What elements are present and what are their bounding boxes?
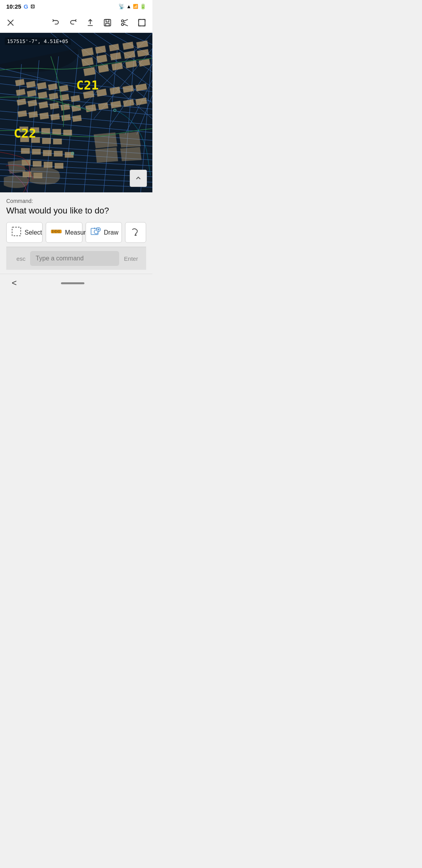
svg-line-7 — [123, 19, 128, 21]
redo-button[interactable] — [68, 18, 78, 28]
svg-rect-110 — [65, 152, 73, 158]
svg-line-8 — [123, 24, 128, 26]
share-button[interactable] — [85, 18, 95, 28]
coordinates-display: 157515'-7", 4.51E+05 — [5, 38, 71, 45]
esc-button[interactable]: esc — [12, 252, 30, 265]
cad-label-c22: C22 — [14, 126, 36, 141]
wifi-icon: ▲ — [126, 4, 131, 9]
draw-label: Draw — [104, 229, 118, 236]
select-label: Select — [25, 229, 42, 236]
svg-rect-108 — [43, 150, 52, 156]
svg-rect-82 — [29, 111, 38, 118]
save-button[interactable] — [102, 18, 113, 28]
cast-icon: 📡 — [118, 4, 125, 9]
svg-marker-117 — [94, 133, 117, 148]
time-display: 10:25 — [6, 3, 21, 10]
svg-marker-120 — [120, 147, 141, 161]
svg-rect-83 — [39, 113, 49, 120]
cad-map-svg — [0, 33, 152, 192]
undo-button[interactable] — [51, 18, 61, 28]
svg-rect-104 — [42, 138, 51, 144]
command-label: Command: — [6, 198, 146, 204]
svg-marker-119 — [95, 147, 118, 163]
status-bar: 10:25 G ⊡ 📡 ▲ 📶 🔋 — [0, 0, 152, 13]
svg-rect-114 — [55, 163, 63, 169]
notification-icon: ⊡ — [30, 4, 35, 9]
svg-rect-107 — [32, 149, 41, 154]
svg-rect-81 — [18, 111, 27, 117]
svg-rect-84 — [50, 114, 60, 120]
svg-point-6 — [122, 23, 124, 25]
scissors-button[interactable] — [120, 18, 130, 28]
toolbar — [0, 13, 152, 33]
status-icons: 📡 ▲ 📶 🔋 — [118, 4, 146, 9]
status-time: 10:25 G ⊡ — [6, 3, 35, 10]
collapse-panel-button[interactable] — [130, 170, 147, 187]
svg-rect-85 — [61, 115, 71, 121]
action-buttons-row: Select Measure — [6, 222, 146, 243]
svg-point-5 — [122, 20, 124, 22]
battery-icon: 🔋 — [140, 4, 146, 9]
svg-rect-106 — [21, 148, 30, 154]
svg-point-139 — [135, 235, 136, 236]
svg-rect-4 — [106, 23, 109, 25]
svg-rect-96 — [63, 130, 72, 135]
measure-button[interactable]: Measure — [46, 222, 82, 243]
svg-marker-118 — [119, 132, 141, 147]
svg-rect-109 — [54, 151, 63, 156]
command-question: What would you like to do? — [6, 206, 146, 216]
close-button[interactable] — [5, 18, 16, 28]
google-icon: G — [23, 3, 28, 10]
svg-rect-2 — [104, 19, 111, 26]
cad-canvas[interactable]: 157515'-7", 4.51E+05 C21 C22 — [0, 33, 152, 192]
select-button[interactable]: Select — [6, 222, 43, 243]
svg-rect-112 — [33, 161, 41, 167]
svg-rect-10 — [139, 19, 145, 26]
cad-label-c21: C21 — [76, 78, 99, 93]
select-icon — [11, 226, 21, 239]
command-panel: Command: What would you like to do? Sele… — [0, 192, 152, 274]
svg-rect-95 — [52, 129, 61, 135]
draw-icon — [91, 226, 101, 239]
enter-button[interactable]: Enter — [119, 252, 143, 265]
svg-rect-3 — [106, 19, 109, 22]
draw-button[interactable]: Draw — [86, 222, 122, 243]
nav-bar: < — [0, 274, 152, 295]
more-icon — [131, 227, 140, 238]
expand-button[interactable] — [137, 18, 147, 28]
measure-icon — [51, 228, 62, 237]
svg-rect-113 — [44, 162, 52, 168]
svg-rect-105 — [53, 139, 62, 144]
command-input-row: esc Enter — [6, 247, 146, 270]
home-indicator[interactable] — [61, 282, 84, 284]
back-button[interactable]: < — [12, 278, 17, 288]
more-button[interactable] — [125, 222, 146, 243]
svg-rect-86 — [72, 115, 82, 122]
command-input[interactable] — [30, 251, 119, 266]
svg-rect-125 — [12, 227, 21, 236]
signal-icon: 📶 — [133, 4, 138, 9]
